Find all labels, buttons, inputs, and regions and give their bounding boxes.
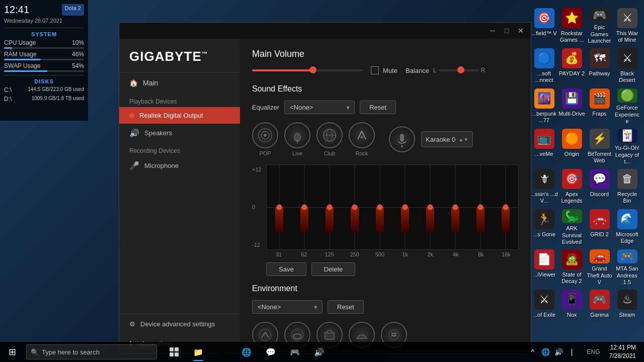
sidebar-item-microphone[interactable]: 🎤 Microphone [119,156,240,175]
taskbar-app-steam[interactable]: 🎮 [284,342,306,362]
desktop-icon-mta[interactable]: 🎮 MTA San Andreas 1.5 [613,245,641,286]
sidebar-main-link[interactable]: 🏠 Main [119,73,240,93]
desktop-icon-yugioh[interactable]: 🃏 Yu-Gi-Oh! Legacy of t... [613,125,641,165]
minimize-button[interactable]: ─ [487,25,499,37]
taskbar-app-gigabyte[interactable]: 🔊 [308,342,330,362]
eq-band-500[interactable] [367,165,392,249]
volume-slider[interactable] [252,69,363,71]
assassin-icon: 🗡 [534,169,554,189]
preset-pop[interactable]: POP [252,122,278,156]
desktop-icon-pathway[interactable]: 🗺 Pathway [586,44,613,84]
grid2-icon: 🚗 [590,209,610,229]
karaoke-arrows: ▲▼ [458,137,468,142]
preset-karaoke[interactable] [389,126,415,152]
volume-icon[interactable]: 🔊 [553,346,565,358]
preset-live[interactable]: Live [284,122,310,156]
sidebar-item-speakers[interactable]: 🔊 Speakers [119,124,240,142]
desktop-icon-thiswar[interactable]: ⚔ This War of Mine [613,4,641,44]
club-icon [316,122,343,148]
desktop-icon-steam2[interactable]: ♨ Steam [613,286,641,326]
desktop-icon-epic[interactable]: 🎮 Epic Games Launcher [586,4,613,44]
taskbar-app-mail[interactable]: ✉ [211,342,233,362]
desktop-icon-discord[interactable]: 💬 Discord [586,165,613,205]
eq-dot-31[interactable] [277,205,282,210]
eq-dot-500[interactable] [377,205,383,210]
mute-checkbox[interactable] [371,66,379,74]
eq-dot-8k[interactable] [478,205,484,210]
eq-dot-2k[interactable] [428,205,433,210]
desktop-icon-cyberpunk[interactable]: 🌆 ...berpunk ...77 [530,84,558,125]
desktop-icon-nox[interactable]: 📱 Nox [558,286,586,326]
pdfviewer-label: ...iViewer [533,272,555,278]
eq-band-250[interactable] [342,165,367,249]
desktop-icon-multidrive[interactable]: 💾 Multi-Drive [558,84,586,125]
desktop-icon-stateofdecay[interactable]: 🧟 State of Decay 2 [558,245,586,286]
chevron-icon[interactable]: ^ [527,346,539,358]
eq-band-1k[interactable] [392,165,418,249]
volume-thumb[interactable] [309,66,316,73]
eq-band-62[interactable] [292,165,317,249]
delete-button[interactable]: Delete [311,262,356,276]
eq-select[interactable]: <None> POP Live Club Rock [284,101,355,114]
language-indicator: ENG [584,348,603,355]
desktop-icon-bittorrent[interactable]: ⚡ BitTorrent Web [586,125,613,165]
taskbar-app-explorer[interactable]: 📁 [187,342,209,362]
desktop-icon-apex[interactable]: 🎯 Apex Legends [558,165,586,205]
eq-band-8k[interactable] [468,165,493,249]
desktop-icon-ark[interactable]: 🦕 ARK Survival Evolved [558,205,586,245]
taskbar-app-discord[interactable]: 💬 [260,342,282,362]
eq-reset-button[interactable]: Reset [360,101,396,114]
desktop-icon-connect[interactable]: 🔵 ...soft ...nnect [530,44,558,84]
save-button[interactable]: Save [266,262,306,276]
desktop-icon-origin[interactable]: 🟠 Origin [558,125,586,165]
geforce-label: GeForce Experience [613,105,641,125]
desktop-icon-rockstar[interactable]: ⭐ Rockstar Games ... [558,4,586,44]
desktop-icon-payday[interactable]: 💰 PAYDAY 2 [558,44,586,84]
desktop-icon-gta5[interactable]: 🚗 Grand Theft Auto V [586,245,613,286]
eq-band-31[interactable] [267,165,292,249]
environment-title: Environment [252,284,519,293]
network-icon[interactable]: 🌐 [540,346,552,358]
start-button[interactable]: ⊞ [0,342,24,362]
eq-dot-125[interactable] [327,205,333,210]
eq-dot-1k[interactable] [403,205,408,210]
desktop-icon-gone[interactable]: 🏃 ...s Gone [530,205,558,245]
desktop-icon-liveme[interactable]: 📺 ...veMe [530,125,558,165]
desktop-icon-garena[interactable]: 🎮 Garena [586,286,613,326]
eq-band-125[interactable] [317,165,342,249]
desktop-icon-grid2[interactable]: 🚗 GRID 2 [586,205,613,245]
desktop-icon-fraps[interactable]: 🎬 Fraps [586,84,613,125]
taskbar-app-edge[interactable]: 🌐 [235,342,258,362]
eq-dot-62[interactable] [302,205,307,210]
env-reset-button[interactable]: Reset [328,300,364,314]
desktop-icon-assassin[interactable]: 🗡 ...ssin's ...d V... [530,165,558,205]
sidebar-item-realtek[interactable]: Realtek Digital Output [119,107,240,124]
desktop-icon-pdfviewer[interactable]: 📄 ...iViewer [530,245,558,286]
maximize-button[interactable]: □ [501,25,513,37]
eq-band-4k[interactable] [443,165,468,249]
desktop-icon-blackdesert[interactable]: ⚔ Black Desert [613,44,641,84]
desktop-icon-msedge[interactable]: 🌊 Microsoft Edge [613,205,641,245]
preset-club[interactable]: Club [316,122,343,156]
desktop-icon-recyclebin[interactable]: 🗑 Recycle Bin [613,165,641,205]
karaoke-select-display[interactable]: Karaoke 0 ▲▼ [421,131,473,147]
taskbar-app-task-view[interactable] [163,342,185,362]
sidebar-item-device-settings[interactable]: ⚙ Device advanced settings [119,314,240,334]
balance-thumb[interactable] [457,66,464,73]
desktop-icon-pathofexile[interactable]: ⚔ ...of Exile [530,286,558,326]
preset-rock[interactable]: Rock [349,122,375,156]
desktop-icon-bf[interactable]: 🎯 ...field™ V [530,4,558,44]
eq-band-2k[interactable] [418,165,443,249]
taskbar-search[interactable]: 🔍 Type here to search [26,344,157,359]
eq-dot-250[interactable] [352,205,358,210]
balance-slider[interactable] [439,69,479,71]
desktop-icon-geforce[interactable]: 🟢 GeForce Experience [613,84,641,125]
window-body: GIGABYTE™ 🏠 Main Playback Devices Realte… [119,39,531,353]
close-button[interactable]: ✕ [515,25,527,37]
env-select[interactable]: <None> [252,300,323,314]
eq-dot-4k[interactable] [453,205,458,210]
eq-dot-16k[interactable] [503,205,509,210]
main-volume-title: Main Volume [252,49,519,59]
taskbar-clock[interactable]: 12:41 PM 7/28/2021 [605,343,640,360]
eq-band-16k[interactable] [493,165,518,249]
